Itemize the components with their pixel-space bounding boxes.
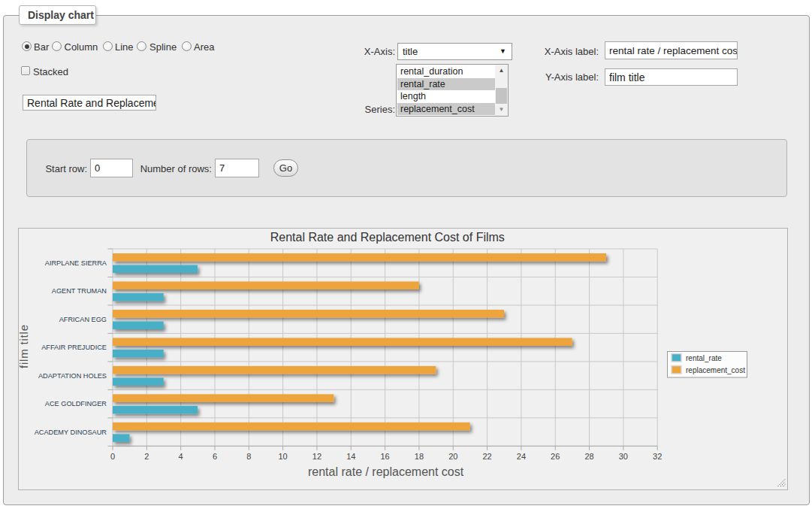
svg-text:rental_rate: rental_rate: [686, 354, 722, 362]
svg-text:AGENT TRUMAN: AGENT TRUMAN: [52, 287, 107, 295]
svg-text:16: 16: [380, 452, 389, 461]
svg-text:30: 30: [619, 452, 628, 461]
svg-text:ACADEMY DINOSAUR: ACADEMY DINOSAUR: [35, 429, 107, 436]
svg-text:2: 2: [144, 452, 149, 461]
svg-text:0: 0: [110, 452, 115, 461]
svg-text:18: 18: [415, 452, 424, 461]
svg-text:12: 12: [312, 452, 321, 461]
svg-text:ADAPTATION HOLES: ADAPTATION HOLES: [38, 372, 107, 380]
svg-text:film title: film title: [19, 324, 30, 368]
svg-text:6: 6: [213, 452, 217, 461]
svg-text:rental rate / replacement cost: rental rate / replacement cost: [308, 465, 464, 478]
svg-text:20: 20: [448, 452, 457, 461]
svg-text:Rental Rate and Replacement Co: Rental Rate and Replacement Cost of Film…: [270, 231, 505, 244]
svg-text:14: 14: [346, 452, 355, 461]
svg-text:28: 28: [584, 452, 593, 461]
svg-text:ACE GOLDFINGER: ACE GOLDFINGER: [45, 400, 107, 407]
svg-text:4: 4: [179, 452, 183, 461]
svg-text:replacement_cost: replacement_cost: [686, 366, 745, 374]
svg-text:32: 32: [653, 452, 662, 461]
svg-text:26: 26: [551, 452, 560, 461]
svg-text:8: 8: [246, 452, 251, 461]
svg-text:AIRPLANE SIERRA: AIRPLANE SIERRA: [45, 259, 107, 267]
svg-text:AFRICAN EGG: AFRICAN EGG: [59, 316, 107, 323]
svg-text:24: 24: [517, 452, 526, 461]
svg-text:AFFAIR PREJUDICE: AFFAIR PREJUDICE: [41, 344, 107, 351]
svg-text:10: 10: [278, 452, 287, 461]
svg-text:22: 22: [482, 452, 491, 461]
